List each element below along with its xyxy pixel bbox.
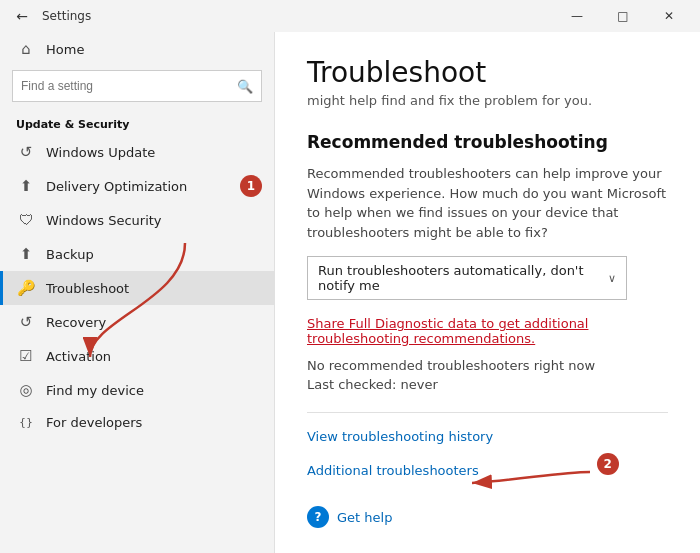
sidebar-category: Update & Security	[0, 110, 274, 135]
sidebar-item-find-my-device[interactable]: ◎ Find my device	[0, 373, 274, 407]
get-help-row: ? Get help	[307, 506, 668, 528]
sidebar-item-backup[interactable]: ⬆ Backup	[0, 237, 274, 271]
get-help-link[interactable]: Get help	[337, 510, 392, 525]
sidebar-item-activation[interactable]: ☑ Activation	[0, 339, 274, 373]
sidebar-item-recovery[interactable]: ↺ Recovery	[0, 305, 274, 339]
share-diagnostic-link[interactable]: Share Full Diagnostic data to get additi…	[307, 316, 668, 346]
troubleshooter-dropdown[interactable]: Run troubleshooters automatically, don't…	[307, 256, 627, 300]
sidebar-item-troubleshoot[interactable]: 🔑 Troubleshoot	[0, 271, 274, 305]
find-device-icon: ◎	[16, 381, 36, 399]
sidebar-item-windows-update[interactable]: ↺ Windows Update	[0, 135, 274, 169]
main-content: Troubleshoot might help find and fix the…	[275, 32, 700, 553]
troubleshoot-icon: 🔑	[16, 279, 36, 297]
home-icon: ⌂	[16, 40, 36, 58]
sidebar-label-for-developers: For developers	[46, 415, 142, 430]
backup-icon: ⬆	[16, 245, 36, 263]
back-button[interactable]: ←	[8, 2, 36, 30]
additional-troubleshooters-wrapper: Additional troubleshooters 2	[307, 463, 479, 478]
sidebar-label-delivery-optimization: Delivery Optimization	[46, 179, 187, 194]
annotation-1: 1	[240, 175, 262, 197]
last-checked-text: Last checked: never	[307, 377, 668, 392]
sidebar-label-troubleshoot: Troubleshoot	[46, 281, 129, 296]
titlebar: ← Settings — □ ✕	[0, 0, 700, 32]
activation-icon: ☑	[16, 347, 36, 365]
additional-troubleshooters-link[interactable]: Additional troubleshooters	[307, 463, 479, 478]
sidebar-label-recovery: Recovery	[46, 315, 106, 330]
view-history-link[interactable]: View troubleshooting history	[307, 429, 668, 444]
chevron-down-icon: ∨	[608, 272, 616, 285]
update-icon: ↺	[16, 143, 36, 161]
minimize-button[interactable]: —	[554, 0, 600, 32]
dropdown-label: Run troubleshooters automatically, don't…	[318, 263, 608, 293]
page-title: Troubleshoot	[307, 56, 668, 89]
annotation-2: 2	[597, 453, 619, 475]
sidebar-label-find-my-device: Find my device	[46, 383, 144, 398]
divider	[307, 412, 668, 413]
search-input[interactable]	[21, 79, 237, 93]
recommended-desc: Recommended troubleshooters can help imp…	[307, 164, 668, 242]
window-controls: — □ ✕	[554, 0, 692, 32]
sidebar-label-backup: Backup	[46, 247, 94, 262]
search-box[interactable]: 🔍	[12, 70, 262, 102]
page-subtitle: might help find and fix the problem for …	[307, 93, 668, 108]
no-troubleshooters-text: No recommended troubleshooters right now	[307, 358, 668, 373]
sidebar-label-home: Home	[46, 42, 84, 57]
recovery-icon: ↺	[16, 313, 36, 331]
sidebar-item-home[interactable]: ⌂ Home	[0, 32, 274, 66]
sidebar-item-delivery-optimization[interactable]: ⬆ Delivery Optimization 1	[0, 169, 274, 203]
maximize-button[interactable]: □	[600, 0, 646, 32]
search-icon: 🔍	[237, 79, 253, 94]
sidebar-label-activation: Activation	[46, 349, 111, 364]
sidebar: ⌂ Home 🔍 Update & Security ↺ Windows Upd…	[0, 32, 275, 553]
recommended-section-title: Recommended troubleshooting	[307, 132, 668, 152]
shield-icon: 🛡	[16, 211, 36, 229]
sidebar-label-windows-security: Windows Security	[46, 213, 162, 228]
app-title: Settings	[42, 9, 554, 23]
close-button[interactable]: ✕	[646, 0, 692, 32]
app-body: ⌂ Home 🔍 Update & Security ↺ Windows Upd…	[0, 32, 700, 553]
sidebar-label-windows-update: Windows Update	[46, 145, 155, 160]
delivery-icon: ⬆	[16, 177, 36, 195]
sidebar-item-for-developers[interactable]: {} For developers	[0, 407, 274, 438]
developers-icon: {}	[16, 416, 36, 429]
get-help-icon: ?	[307, 506, 329, 528]
sidebar-item-windows-security[interactable]: 🛡 Windows Security	[0, 203, 274, 237]
